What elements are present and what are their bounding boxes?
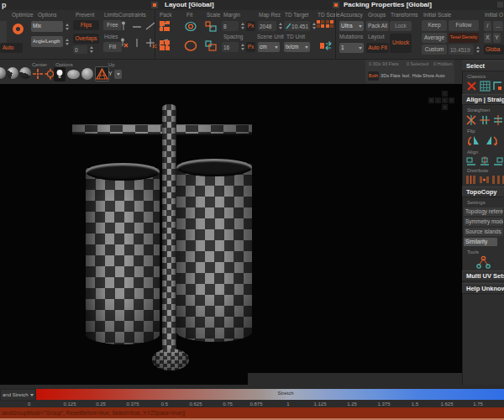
constraint-hline-icon[interactable]	[131, 20, 143, 32]
constraint-pin-icon[interactable]	[118, 20, 129, 32]
sidebar-header-help[interactable]: Help Unknown	[462, 283, 504, 294]
sidebar-header-align[interactable]: Align | Straight	[462, 94, 504, 105]
orient-x-button[interactable]: X	[484, 33, 491, 43]
align-right-icon[interactable]	[492, 155, 504, 166]
checker-view-button[interactable]	[95, 66, 109, 81]
straighten-horizontal-icon[interactable]	[492, 114, 504, 126]
scene-unit-select[interactable]: cm	[258, 42, 280, 52]
classic-select-grid-icon[interactable]	[480, 81, 491, 92]
auto-optimize-button[interactable]: Auto	[0, 43, 23, 53]
td-target-field[interactable]: 10.451	[284, 21, 310, 31]
titlebar-corner-icon[interactable]	[497, 2, 503, 8]
flip-horizontal-icon[interactable]	[465, 134, 480, 148]
accuracy-select[interactable]: Ultra	[339, 21, 364, 31]
viewport-3d[interactable]: T B L F R B	[0, 84, 462, 388]
dpad-bottom[interactable]: B	[442, 104, 448, 110]
spacing-spinner[interactable]	[239, 41, 245, 52]
sidebar-header-multi-uv[interactable]: Multi UV Sets	[462, 270, 504, 281]
scale-alt-icon[interactable]	[204, 39, 218, 52]
prevent-overlaps-button[interactable]: Overlaps	[73, 34, 99, 44]
filter-both-button[interactable]: Both	[368, 71, 379, 81]
filter-flats-button[interactable]: Flats	[390, 71, 401, 81]
distribute-2-icon[interactable]	[478, 174, 491, 186]
pack-alt-icon[interactable]	[159, 39, 171, 52]
average-button[interactable]: Average	[422, 33, 447, 43]
texel-density-button[interactable]: Texel Density	[449, 33, 479, 43]
symmetry-mode-button[interactable]: Symmetry mode	[464, 218, 503, 226]
dpad-mid[interactable]: F	[442, 97, 448, 103]
filter-3ds-button[interactable]: 3Ds	[380, 71, 390, 81]
follow-button[interactable]: Follow	[449, 20, 479, 31]
classic-select-x-icon[interactable]	[466, 81, 477, 92]
shading-sphere-dark-icon[interactable]	[19, 67, 31, 79]
layout-panel-icon[interactable]	[151, 2, 158, 8]
dpad-left[interactable]: B	[428, 97, 434, 103]
spacing-px-button[interactable]: Px	[246, 42, 255, 52]
mutations-select[interactable]: 1	[339, 43, 364, 53]
constraint-vline-icon[interactable]	[131, 37, 143, 49]
classic-select-border-icon[interactable]	[492, 81, 503, 92]
dpad-mid-left[interactable]: L	[435, 97, 441, 103]
distribute-1-icon[interactable]	[465, 174, 477, 186]
lock-button[interactable]: Lock	[390, 21, 412, 31]
custom-scale-spinner[interactable]	[475, 44, 480, 55]
align-center-icon[interactable]	[479, 155, 491, 166]
margin-spinner[interactable]	[239, 20, 245, 31]
orient-y-button[interactable]: Y	[493, 33, 501, 43]
iterations-spinner[interactable]	[88, 44, 94, 55]
constraint-pin-remove-icon[interactable]	[118, 37, 129, 49]
pack-icon[interactable]	[159, 20, 171, 33]
td-target-spinner[interactable]	[311, 20, 317, 31]
pack-all-button[interactable]: Pack All	[366, 21, 389, 31]
console-bar[interactable]: landGroupMode="Group", ResetBefore=true,…	[0, 407, 504, 420]
auto-fit-button[interactable]: Auto Fit	[366, 43, 389, 53]
align-left-icon[interactable]	[465, 155, 477, 166]
sphere-view-icon[interactable]	[81, 68, 93, 80]
keep-button[interactable]: Keep	[422, 20, 447, 31]
constraint-cross-remove-icon[interactable]	[144, 37, 158, 49]
spacing-field[interactable]: 16	[222, 42, 239, 52]
straighten-x-icon[interactable]	[465, 114, 477, 126]
dpad-top[interactable]: T	[442, 91, 448, 97]
optimize-mode-select[interactable]: Mix	[31, 21, 63, 32]
packing-panel-icon[interactable]	[333, 2, 339, 8]
custom-scale-field[interactable]: 10.4519	[449, 45, 474, 55]
orient-global-button[interactable]: Globa	[484, 45, 504, 55]
filter-hide-button[interactable]: Hide	[412, 71, 423, 81]
fit-alt-icon[interactable]	[184, 39, 197, 52]
shading-sphere-pie-icon[interactable]	[7, 67, 18, 79]
distribute-3-icon[interactable]	[491, 174, 504, 186]
sidebar-header-select[interactable]: Select	[462, 60, 504, 71]
straighten-vertical-icon[interactable]	[479, 114, 491, 126]
filter-auto-button[interactable]: Auto	[434, 71, 446, 81]
prevent-flips-button[interactable]: Flips	[73, 20, 99, 30]
margin-px-button[interactable]: Px	[246, 21, 255, 31]
stretch-mode-select[interactable]: and Stretch	[0, 389, 36, 401]
td-transfer-icon[interactable]	[319, 39, 333, 52]
td-scale-up-icon[interactable]	[317, 20, 325, 29]
td-scale-down-icon[interactable]	[326, 20, 334, 29]
optimize-button[interactable]	[11, 22, 25, 36]
filter-show-button[interactable]: Show	[423, 71, 434, 81]
scale-icon[interactable]	[204, 20, 218, 33]
topology-reference-button[interactable]: Topology referenc	[464, 207, 503, 216]
orient-dots-button[interactable]: ...	[493, 21, 503, 31]
margin-field[interactable]: 8	[222, 21, 239, 31]
orient-slash-button[interactable]: /	[484, 21, 491, 31]
topo-graph-icon[interactable]	[475, 255, 491, 270]
optimize-metric-select[interactable]: Angle/Length	[31, 36, 63, 47]
custom-button[interactable]: Custom	[422, 45, 447, 55]
sidebar-header-topocopy[interactable]: TopoCopy	[462, 186, 504, 197]
td-unit-select[interactable]: tx/cm	[284, 42, 310, 52]
map-rez-field[interactable]: 2048	[258, 21, 276, 31]
similarity-button[interactable]: Similarity	[464, 238, 497, 246]
flip-vertical-icon[interactable]	[485, 134, 500, 148]
source-islands-button[interactable]: Source islands	[464, 228, 503, 236]
fit-icon[interactable]	[184, 20, 197, 33]
map-rez-spinner[interactable]	[277, 20, 283, 31]
dpad-right[interactable]: R	[449, 97, 454, 103]
light-toggle-button[interactable]	[54, 67, 66, 81]
unlock-button[interactable]: Unlock	[390, 34, 412, 53]
center-crosshair-icon[interactable]	[32, 68, 44, 80]
metric-spinner[interactable]	[64, 36, 70, 47]
